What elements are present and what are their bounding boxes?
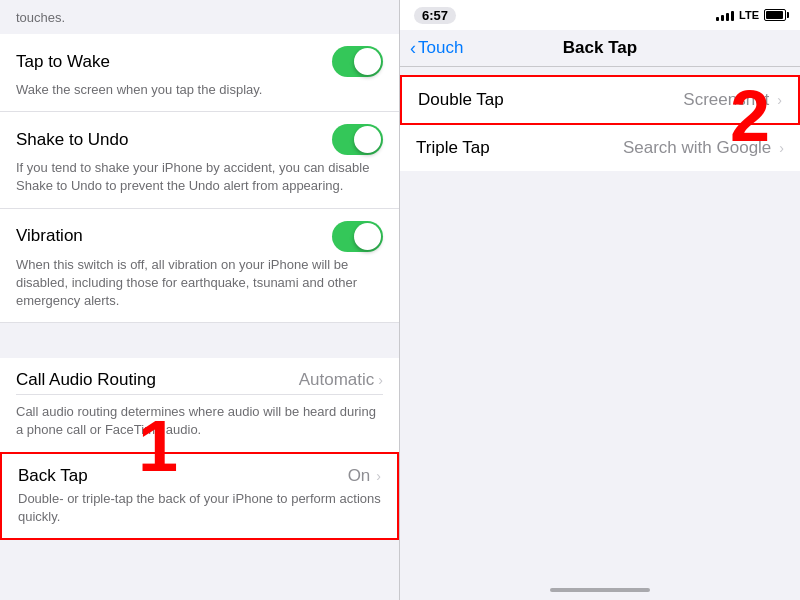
options-section: Double Tap Screenshot › Triple Tap Searc… [400,75,800,171]
vibration-item[interactable]: Vibration When this switch is off, all v… [0,209,399,324]
back-chevron-icon: ‹ [410,38,416,59]
tap-to-wake-item[interactable]: Tap to Wake Wake the screen when you tap… [0,34,399,112]
status-time: 6:57 [414,7,456,24]
back-tap-item[interactable]: Back Tap On› Double- or triple-tap the b… [0,452,399,540]
back-tap-value: On› [348,466,381,486]
right-panel: 6:57 LTE ‹ Touch Back Tap Double Tap Sc [400,0,800,600]
vibration-desc: When this switch is off, all vibration o… [16,256,383,311]
triple-tap-label: Triple Tap [416,138,490,158]
signal-bar-2 [721,15,724,21]
back-tap-chevron: › [376,468,381,484]
lte-label: LTE [739,9,759,21]
top-fade: touches. [0,0,399,34]
tap-to-wake-toggle[interactable] [332,46,383,77]
back-tap-label: Back Tap [18,466,88,486]
page-title: Back Tap [563,38,637,58]
top-fade-text: touches. [16,10,65,25]
nav-bar: ‹ Touch Back Tap [400,30,800,67]
shake-to-undo-label: Shake to Undo [16,130,128,150]
triple-tap-value: Search with Google › [623,138,784,158]
call-audio-routing-desc: Call audio routing determines where audi… [16,394,383,439]
double-tap-value: Screenshot › [683,90,782,110]
call-audio-routing-label: Call Audio Routing [16,370,156,390]
battery-icon [764,9,786,21]
tap-to-wake-label: Tap to Wake [16,52,110,72]
double-tap-label: Double Tap [418,90,504,110]
battery-fill [766,11,783,19]
shake-to-undo-desc: If you tend to shake your iPhone by acci… [16,159,383,195]
home-indicator [550,588,650,592]
back-tap-desc: Double- or triple-tap the back of your i… [18,490,381,526]
shake-to-undo-toggle[interactable] [332,124,383,155]
double-tap-chevron: › [777,92,782,108]
back-button[interactable]: ‹ Touch [410,38,463,59]
shake-to-undo-item[interactable]: Shake to Undo If you tend to shake your … [0,112,399,208]
signal-bars [716,9,734,21]
signal-bar-4 [731,11,734,21]
call-audio-routing-value: Automatic› [299,370,383,390]
status-bar: 6:57 LTE [400,0,800,30]
status-right: LTE [716,9,786,21]
call-audio-chevron: › [378,372,383,388]
double-tap-row[interactable]: Double Tap Screenshot › [400,75,800,125]
tap-to-wake-desc: Wake the screen when you tap the display… [16,81,383,99]
vibration-toggle[interactable] [332,221,383,252]
signal-bar-1 [716,17,719,21]
separator-1 [0,323,399,358]
triple-tap-row[interactable]: Triple Tap Search with Google › [400,125,800,171]
vibration-label: Vibration [16,226,83,246]
back-button-label: Touch [418,38,463,58]
signal-bar-3 [726,13,729,21]
left-panel: touches. Tap to Wake Wake the screen whe… [0,0,400,600]
call-audio-routing-item[interactable]: Call Audio Routing Automatic› Call audio… [0,358,399,451]
triple-tap-chevron: › [779,140,784,156]
